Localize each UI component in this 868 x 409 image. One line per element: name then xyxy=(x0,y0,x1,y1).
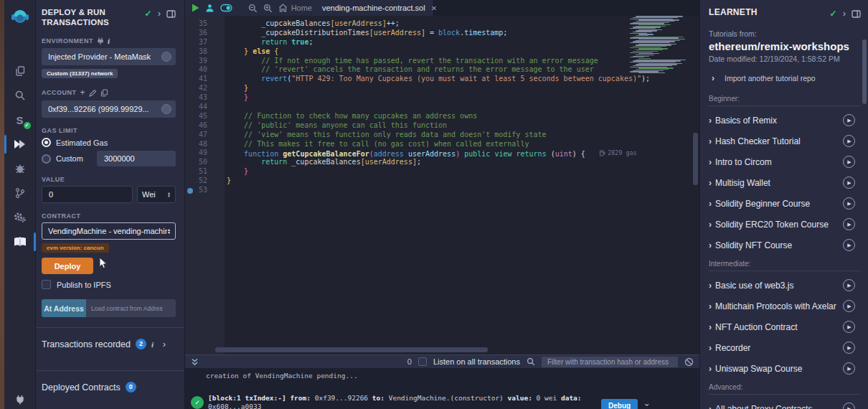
account-settings-icon[interactable] xyxy=(161,104,171,114)
run-script-icon[interactable] xyxy=(192,4,199,12)
panel-collapse-icon[interactable]: › xyxy=(158,10,161,17)
line-number[interactable]: 39 xyxy=(185,57,217,66)
settings-icon[interactable] xyxy=(4,207,36,228)
custom-gas-radio[interactable] xyxy=(42,154,51,164)
zoom-out-icon[interactable] xyxy=(248,4,258,13)
learneth-pin-icon[interactable] xyxy=(852,10,861,18)
contract-select[interactable]: VendingMachine - vending-machin ▲▼ xyxy=(42,222,176,240)
line-number[interactable]: 49 xyxy=(185,149,217,158)
debug-button[interactable]: Debug xyxy=(601,399,638,409)
play-tutorial-button[interactable]: ▶ xyxy=(843,239,855,251)
line-number[interactable]: 47 xyxy=(185,131,217,140)
transactions-recorded-row[interactable]: Transactions recorded 2 i › xyxy=(42,328,176,360)
ai-assistant-icon[interactable] xyxy=(205,4,214,13)
account-select[interactable]: 0xf39...92266 (9999.99929... xyxy=(42,100,176,118)
ai-toggle-icon[interactable] xyxy=(220,4,232,12)
estimated-gas-radio[interactable] xyxy=(42,138,51,147)
code-editor[interactable]: 35 _cupcakeBalances[userAddress]++;36 _c… xyxy=(185,16,699,354)
custom-gas-input[interactable]: 3000000 xyxy=(97,151,176,166)
line-number[interactable]: 50 xyxy=(185,158,217,167)
line-number[interactable]: 38 xyxy=(185,47,217,57)
remix-logo-icon[interactable] xyxy=(4,4,36,30)
tab-vending-machine-contract[interactable]: vending-machine-contract.sol ✕ xyxy=(312,0,434,16)
line-number[interactable]: 43 xyxy=(185,93,217,103)
transactions-expand-icon[interactable]: › xyxy=(163,339,166,349)
tutorial-item[interactable]: ›Hash Checker Tutorial▶ xyxy=(709,135,861,147)
tutorial-item[interactable]: ›Multichain Protocols with Axelar▶ xyxy=(709,300,861,312)
publish-ipfs-checkbox[interactable] xyxy=(42,280,51,289)
terminal-filter-input[interactable] xyxy=(542,357,678,367)
line-number[interactable]: 45 xyxy=(185,112,217,121)
expand-terminal-icon[interactable] xyxy=(191,358,199,366)
search-icon[interactable] xyxy=(4,85,36,106)
learneth-plugin-icon[interactable] xyxy=(4,231,36,253)
environment-select[interactable]: Injected Provider - MetaMask xyxy=(42,48,176,65)
debugger-icon[interactable] xyxy=(4,158,36,179)
tutorial-item[interactable]: ›Solidity NFT Course▶ xyxy=(709,239,861,251)
at-address-button[interactable]: At Address xyxy=(42,299,86,317)
line-number[interactable]: 48 xyxy=(185,140,217,149)
sign-message-icon[interactable] xyxy=(89,89,97,97)
tutorial-item[interactable]: ›Recorder▶ xyxy=(709,342,861,354)
line-number[interactable]: 51 xyxy=(185,167,217,177)
transaction-log-row[interactable]: ✓ [block:1 txIndex:-] from: 0xf39...9226… xyxy=(191,394,699,409)
play-tutorial-button[interactable]: ▶ xyxy=(843,177,855,189)
environment-settings-icon[interactable] xyxy=(161,52,171,62)
tutorial-item[interactable]: ›Multisig Wallet▶ xyxy=(709,177,861,189)
play-tutorial-button[interactable]: ▶ xyxy=(843,135,855,147)
tutorial-item[interactable]: ›Solidity Beginner Course▶ xyxy=(709,197,861,210)
line-number[interactable]: 37 xyxy=(185,38,217,47)
play-tutorial-button[interactable]: ▶ xyxy=(843,218,855,230)
zoom-in-icon[interactable] xyxy=(263,4,273,13)
play-tutorial-button[interactable]: ▶ xyxy=(843,156,855,168)
play-tutorial-button[interactable]: ▶ xyxy=(843,197,855,210)
line-number[interactable]: 42 xyxy=(185,84,217,93)
learneth-collapse-icon[interactable]: › xyxy=(843,10,846,17)
expand-tx-icon[interactable]: › xyxy=(642,402,652,407)
tutorial-item[interactable]: ›Uniswap Swap Course▶ xyxy=(709,362,861,375)
play-tutorial-button[interactable]: ▶ xyxy=(843,342,855,354)
line-number[interactable]: 53 xyxy=(185,186,217,195)
breakpoint-dot[interactable] xyxy=(187,188,193,194)
tutorial-item[interactable]: ›Basics of Remix▶ xyxy=(709,114,861,126)
play-tutorial-button[interactable]: ▶ xyxy=(843,300,855,312)
copy-account-icon[interactable] xyxy=(100,89,108,97)
clear-console-icon[interactable] xyxy=(684,357,694,367)
line-number[interactable]: 46 xyxy=(185,121,217,131)
tutorial-item[interactable]: ›Intro to Circom▶ xyxy=(709,156,861,168)
home-tab-label[interactable]: Home xyxy=(291,4,312,12)
play-tutorial-button[interactable]: ▶ xyxy=(843,362,855,375)
line-number[interactable]: 40 xyxy=(185,65,217,75)
solidity-compiler-icon[interactable]: S ✓ xyxy=(4,109,36,131)
deployed-contracts-row[interactable]: Deployed Contracts 0 xyxy=(42,371,176,403)
home-icon[interactable] xyxy=(278,4,288,12)
play-tutorial-button[interactable]: ▶ xyxy=(843,403,855,409)
file-explorer-icon[interactable] xyxy=(4,60,36,82)
unit-stepper-icon[interactable]: ▲▼ xyxy=(167,192,171,198)
environment-info-icon[interactable]: i xyxy=(108,37,110,45)
import-repo-link[interactable]: › Import another tutorial repo xyxy=(709,73,861,83)
play-tutorial-button[interactable]: ▶ xyxy=(843,321,855,333)
add-account-icon[interactable]: + xyxy=(80,88,86,98)
value-unit-select[interactable]: Wei ▲▼ xyxy=(137,186,176,203)
line-number[interactable]: 44 xyxy=(185,103,217,112)
deploy-button[interactable]: Deploy xyxy=(42,258,93,274)
at-address-input[interactable] xyxy=(86,299,176,317)
value-input[interactable]: 0 xyxy=(42,186,133,203)
line-number[interactable]: 52 xyxy=(185,177,217,186)
tutorial-item[interactable]: ›Solidity ERC20 Token Course▶ xyxy=(709,218,861,230)
play-tutorial-button[interactable]: ▶ xyxy=(843,114,855,126)
close-tab-icon[interactable]: ✕ xyxy=(431,4,437,12)
pin-panel-icon[interactable] xyxy=(166,10,176,18)
tutorial-item[interactable]: ›Basic use of web3.js▶ xyxy=(709,279,861,291)
learneth-scrollbar[interactable] xyxy=(862,39,867,104)
tutorial-item[interactable]: ›All about Proxy Contracts▶ xyxy=(709,403,861,409)
line-number[interactable]: 35 xyxy=(185,19,217,29)
plugin-manager-icon[interactable] xyxy=(4,395,36,405)
line-number[interactable]: 41 xyxy=(185,75,217,84)
line-number[interactable]: 36 xyxy=(185,29,217,38)
deploy-run-icon[interactable] xyxy=(4,133,36,155)
horizontal-scrollbar[interactable] xyxy=(215,347,488,352)
tutorial-item[interactable]: ›NFT Auction Contract▶ xyxy=(709,321,861,333)
listen-transactions-checkbox[interactable] xyxy=(418,357,427,366)
